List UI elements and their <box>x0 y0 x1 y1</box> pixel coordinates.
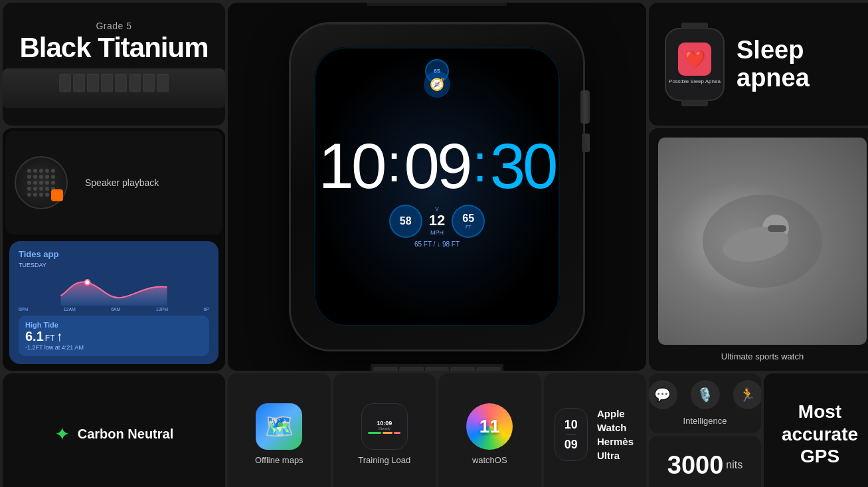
intelligence-icons: 💬 🎙️ 🏃 <box>649 380 761 409</box>
sleep-title: Sleep apnea <box>737 37 810 92</box>
tides-chart-svg <box>19 272 209 306</box>
watch-band-top <box>367 3 507 6</box>
tides-widget: Tides app TUESDAY <box>9 241 218 364</box>
sports-swimmer-photo <box>658 138 867 345</box>
tides-info-box: High Tide 6.1 FT ↑ -1.2FT low at 4:21 AM <box>19 316 209 356</box>
watchos-label: watchOS <box>472 455 507 465</box>
gps-cell: Most accurate GPS <box>764 373 868 487</box>
intelligence-cell: 💬 🎙️ 🏃 Intelligence <box>649 373 761 433</box>
intelligence-label: Intelligence <box>683 416 727 426</box>
tides-title: Tides app <box>19 249 209 259</box>
bottom-right-grid: 💬 🎙️ 🏃 Intelligence Most accurate GPS 30… <box>649 373 868 487</box>
sleep-cell: ❤️ Possible Sleep Apnea Sleep apnea <box>649 3 868 126</box>
sleep-notification-label: Possible Sleep Apnea <box>666 78 723 85</box>
hermes-cell: 10 ── 09 Apple Watch Hermès Ultra <box>544 373 647 487</box>
sports-cell: Ultimate sports watch <box>649 128 868 371</box>
training-label: Training Load <box>358 455 410 465</box>
watch-time: 10 : 09 : 30 <box>319 133 556 199</box>
watch-colon1: : <box>387 133 401 194</box>
compass-complication: 🧭 <box>424 71 450 98</box>
bottom-features-grid: 🗺️ Offline maps 10:09 Steady Training Lo… <box>228 373 646 487</box>
watch-crown[interactable] <box>580 90 590 124</box>
watch-screen: 🧭 65 10 : 09 : 30 58 <box>314 47 560 326</box>
activity-icon: 🏃 <box>733 380 762 409</box>
nits-value: 3000 <box>667 451 724 480</box>
sports-label: Ultimate sports watch <box>721 351 804 361</box>
carbon-leaf-icon: ✦ <box>54 423 70 445</box>
watch-colon2: : <box>472 133 487 194</box>
svg-point-0 <box>85 280 90 285</box>
tides-type: High Tide <box>25 321 203 329</box>
gps-label: Most accurate GPS <box>764 401 868 468</box>
watchos-cell: 11 watchOS <box>438 373 541 487</box>
watchos-icon: 11 <box>466 403 513 450</box>
tides-value: 6.1 FT ↑ <box>25 329 203 344</box>
speaker-cell: Speaker playback <box>5 131 222 235</box>
tides-day: TUESDAY <box>19 262 209 268</box>
maps-icon: 🗺️ <box>256 403 302 450</box>
nits-unit: nits <box>726 459 742 471</box>
translation-icon: 💬 <box>649 380 677 409</box>
speaker-icon <box>15 156 68 209</box>
watch-stat-3: 65 FT <box>452 205 485 238</box>
grade-cell: Grade 5 Black Titanium <box>3 3 225 126</box>
carbon-cell: ✦ Carbon Neutral <box>3 373 225 487</box>
watch-center-stats: V 12 MPH <box>429 206 445 236</box>
svg-rect-4 <box>768 225 786 232</box>
watch-action-button[interactable] <box>582 134 590 152</box>
tides-low: -1.2FT low at 4:21 AM <box>25 344 203 351</box>
watch-stats-row: 58 V 12 MPH 65 FT <box>389 205 485 238</box>
tides-cell: Tides app TUESDAY <box>5 237 222 368</box>
left-middle-panel: Speaker playback Tides app TUESDAY <box>3 128 225 371</box>
band-image <box>3 68 225 108</box>
maps-label: Offline maps <box>255 455 304 465</box>
speaker-orange-accent <box>51 189 63 201</box>
tides-time-labels: 6PM12AM6AM12PM6P <box>19 307 209 312</box>
watch-speed: 12 <box>429 212 445 229</box>
hermes-watch-icon: 10 ── 09 <box>555 408 588 461</box>
tides-chart <box>19 272 209 306</box>
training-icon: 10:09 Steady <box>361 403 408 450</box>
sleep-heart-icon: ❤️ <box>678 43 711 76</box>
sports-photo <box>658 138 867 345</box>
watch-band-bottom <box>371 364 503 371</box>
grade-title: Black Titanium <box>20 34 209 62</box>
watch-outer-case: 🧭 65 10 : 09 : 30 58 <box>291 24 583 349</box>
hermes-label-line1: Apple Watch <box>597 407 636 435</box>
main-watch-display: 🧭 65 10 : 09 : 30 58 <box>228 3 646 371</box>
carbon-label: Carbon Neutral <box>78 427 173 442</box>
speaker-label: Speaker playback <box>85 177 159 188</box>
training-cell: 10:09 Steady Training Load <box>333 373 436 487</box>
watch-speed-unit: MPH <box>430 229 444 236</box>
watch-second: 30 <box>490 134 556 198</box>
watch-hour: 10 <box>319 134 385 198</box>
swimmer-svg <box>696 188 829 294</box>
watch-depth: 65 FT / ↓ 98 FT <box>414 241 460 248</box>
hermes-label-line2: Hermès Ultra <box>597 435 636 462</box>
watch-stat-1: 58 <box>389 205 422 238</box>
offline-maps-cell: 🗺️ Offline maps <box>228 373 331 487</box>
nits-cell: 3000 nits <box>649 436 761 488</box>
grade-label: Grade 5 <box>96 21 131 31</box>
watch-minute: 09 <box>404 134 470 198</box>
hermes-text-block: Apple Watch Hermès Ultra <box>597 407 636 462</box>
sleep-watch-icon: ❤️ Possible Sleep Apnea <box>665 28 725 101</box>
microphone-icon: 🎙️ <box>691 380 720 409</box>
